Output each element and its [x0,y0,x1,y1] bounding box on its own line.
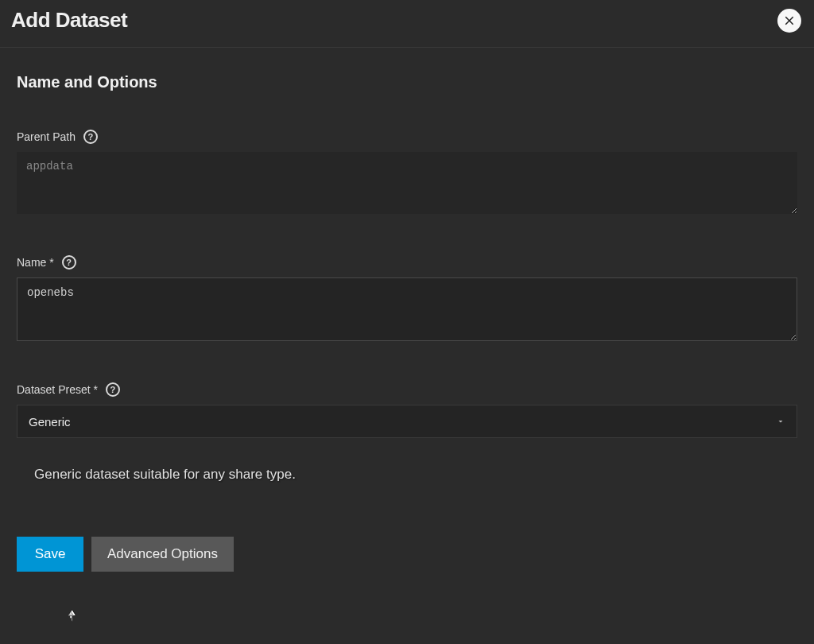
chevron-down-icon [776,415,785,429]
name-input[interactable]: openebs [17,277,797,341]
help-icon[interactable]: ? [62,255,76,270]
preset-value: Generic [29,415,71,429]
cursor-icon [65,606,79,623]
preset-group: Dataset Preset * ? Generic [17,382,797,438]
preset-select[interactable]: Generic [17,405,797,438]
preset-description: Generic dataset suitable for any share t… [34,467,797,483]
button-row: Save Advanced Options [17,537,797,572]
help-icon[interactable]: ? [106,382,120,397]
parent-path-label: Parent Path [17,130,76,143]
name-group: Name * ? openebs [17,255,797,344]
name-label: Name * [17,256,54,269]
save-button[interactable]: Save [17,537,83,572]
dialog-header: Add Dataset [0,0,814,48]
name-label-row: Name * ? [17,255,797,270]
help-icon[interactable]: ? [83,130,98,144]
advanced-options-button[interactable]: Advanced Options [91,537,234,572]
dialog-content: Name and Options Parent Path ? appdata N… [0,48,814,572]
close-icon [782,14,797,28]
parent-path-label-row: Parent Path ? [17,130,797,144]
preset-label-row: Dataset Preset * ? [17,382,797,397]
section-title: Name and Options [17,73,797,91]
dialog-title: Add Dataset [11,8,127,33]
preset-label: Dataset Preset * [17,383,98,396]
parent-path-group: Parent Path ? appdata [17,130,797,217]
parent-path-input[interactable]: appdata [17,152,797,214]
close-button[interactable] [777,9,801,33]
